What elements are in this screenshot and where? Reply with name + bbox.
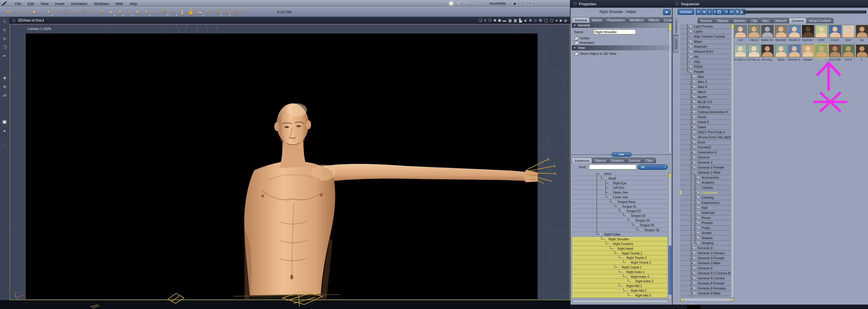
- thumbnail-image[interactable]: [775, 25, 787, 38]
- expander-triangle-icon[interactable]: ▼: [604, 177, 607, 179]
- folder-row-dforce-furry-tail-aprilys[interactable]: ▶dForce Furry Tail_AprilYS: [680, 135, 731, 140]
- tree-row-right-index-1[interactable]: ▼Right Index 1: [572, 270, 667, 274]
- folder-row-item[interactable]: ▶: [680, 296, 731, 298]
- camera-pan-tool-icon[interactable]: ✜: [3, 84, 6, 89]
- insert-particles-icon[interactable]: ❉: [98, 9, 106, 15]
- name-field[interactable]: [594, 29, 636, 34]
- render-preview-swatch[interactable]: ▣: [2, 119, 7, 125]
- visible-checkbox-row[interactable]: Visible: [574, 36, 590, 40]
- expander-right-icon[interactable]: ▶: [694, 141, 695, 143]
- close-icon[interactable]: ×: [528, 1, 532, 6]
- assemble-room-hand-icon[interactable]: ✺: [449, 1, 453, 6]
- folder-row-genesis-8-male[interactable]: ▶Genesis 8 Male: [680, 291, 731, 296]
- tree-row-right-collar[interactable]: ▼Right Collar: [572, 232, 667, 237]
- expander-right-icon[interactable]: ▶: [698, 196, 699, 199]
- content-thumbnail-kim[interactable]: Kim: [815, 44, 828, 63]
- dropdown-arrow-icon[interactable]: ▸: [203, 14, 204, 16]
- expander-down-icon[interactable]: ▼: [694, 171, 696, 174]
- folder-row-obj[interactable]: ▶obj: [680, 54, 731, 59]
- folder-row-genesis-3-male[interactable]: ▶Genesis 3 Male: [680, 261, 731, 266]
- folder-row-genesis-8[interactable]: ▶Genesis 8: [680, 266, 731, 271]
- menu-help[interactable]: Help: [130, 2, 137, 6]
- folder-row-genesis-3-carrara[interactable]: ▶Genesis 3 Carrara: [680, 251, 731, 256]
- tree-row-right-eye[interactable]: Right Eye: [572, 181, 667, 185]
- content-thumbnail-lee-6-hd[interactable]: Lee 6 HD: [828, 44, 842, 63]
- expander-right-icon[interactable]: ▶: [698, 201, 699, 204]
- insert-camera-icon[interactable]: ✇▸: [214, 9, 222, 15]
- tab-content[interactable]: Content: [789, 18, 807, 24]
- tree-row-upper-jaw[interactable]: Upper Jaw: [572, 190, 667, 195]
- content-thumbnail-kasper[interactable]: Kasper: [801, 44, 815, 63]
- folder-row-daz-s-the-freak-4[interactable]: ▶DAZ's The Freak 4: [680, 130, 731, 135]
- expander-triangle-icon[interactable]: ▼: [626, 289, 629, 292]
- expander-right-icon[interactable]: ▶: [694, 282, 695, 284]
- folder-row-generation-4[interactable]: ▶Generation 4: [680, 150, 731, 155]
- expander-right-icon[interactable]: ▶: [698, 221, 699, 224]
- select-ar-tool-icon[interactable]: ↖: [3, 19, 6, 24]
- content-thumbnail-cory-6[interactable]: Cory 6: [828, 24, 842, 43]
- folder-row-clothing[interactable]: ▶Clothing: [680, 195, 731, 200]
- prev-frame-icon[interactable]: ◀◀: [701, 9, 706, 15]
- content-thumbnail-lee-6[interactable]: Lee 6: [842, 44, 855, 63]
- dropdown-arrow-icon[interactable]: ▸: [52, 14, 53, 16]
- directors-camera-icon[interactable]: ✪: [539, 19, 542, 23]
- folder-row-aiko-4[interactable]: ▶Aiko 4: [680, 84, 731, 90]
- insert-walk-cycle-icon[interactable]: ⁂▸: [222, 9, 231, 15]
- view-section-header[interactable]: View: [572, 45, 670, 50]
- thumbnail-image[interactable]: [802, 44, 814, 57]
- thumbnail-image[interactable]: [842, 44, 855, 57]
- menu-animation[interactable]: Animation: [71, 2, 88, 6]
- camera-group-icon[interactable]: ❍: [488, 19, 491, 23]
- pen-tool-icon[interactable]: ✒: [3, 54, 6, 58]
- tree-row-neck[interactable]: ▼Neck: [572, 173, 667, 176]
- insert-cupped-hand-icon[interactable]: ✌: [187, 9, 195, 15]
- expander-right-icon[interactable]: ▶: [694, 100, 695, 103]
- expander-triangle-icon[interactable]: ▼: [613, 200, 615, 203]
- menu-file[interactable]: File: [15, 2, 21, 6]
- render-settings-icon[interactable]: ✺: [493, 19, 496, 23]
- content-thumbnail-atticus[interactable]: Atticus: [747, 24, 761, 43]
- insert-spiral-icon[interactable]: §: [80, 9, 88, 15]
- tree-row-right-hand[interactable]: ▼Right Hand: [572, 246, 667, 251]
- folder-row-carrara[interactable]: Carrara: [680, 185, 731, 190]
- content-thumbnail-jayce[interactable]: Jayce: [774, 44, 788, 63]
- content-tree-scrollbar[interactable]: [731, 24, 734, 298]
- folder-row-dusk[interactable]: ▶Dusk: [680, 140, 731, 145]
- eye-icon[interactable]: ◉: [512, 1, 517, 6]
- tray-tab-browser[interactable]: Browser: [673, 35, 679, 53]
- content-thumbnail-l[interactable]: L: [855, 44, 868, 63]
- folder-row-maps[interactable]: ▶Maps: [680, 39, 731, 44]
- tab-smart-content[interactable]: Smart Content: [806, 18, 834, 24]
- tree-row-right-mid-2[interactable]: ▼Right Mid 2: [572, 288, 667, 293]
- folder-row-dawn[interactable]: ▶Dawn: [680, 125, 731, 130]
- thumbnail-image[interactable]: [802, 25, 814, 38]
- insert-bone-tool-icon[interactable]: †: [240, 9, 249, 15]
- dropdown-arrow-icon[interactable]: ▸: [123, 14, 124, 16]
- thumbnail-image[interactable]: [734, 44, 747, 57]
- insert-text-icon[interactable]: T: [89, 9, 97, 15]
- folder-row-mixamo-bvh[interactable]: ▶Mixamo BVH: [680, 49, 731, 54]
- camera-frustum-top-icon[interactable]: ◈: [524, 19, 527, 23]
- expander-right-icon[interactable]: ▶: [694, 297, 695, 298]
- tab-motion[interactable]: Motion: [589, 17, 605, 23]
- tree-row-tongue-05[interactable]: ▼Tongue 05: [572, 223, 667, 228]
- thumbnail-image[interactable]: [775, 44, 787, 57]
- storyboard-clapper-icon[interactable]: [716, 9, 722, 15]
- folder-row-materials[interactable]: ▶Materials: [680, 44, 731, 49]
- go-start-icon[interactable]: |◀: [696, 9, 701, 15]
- expander-triangle-icon[interactable]: ▼: [626, 275, 629, 278]
- properties-scrollbar[interactable]: [669, 23, 672, 154]
- content-tree-hscrollbar[interactable]: [680, 298, 734, 301]
- expander-right-icon[interactable]: ▶: [694, 121, 695, 123]
- layout-4-pane-icon[interactable]: ▩: [514, 19, 517, 23]
- tree-row-tongue-tip[interactable]: Tongue Tip: [572, 228, 667, 232]
- find-input[interactable]: [589, 164, 637, 169]
- folder-row-scripts[interactable]: ▶Scripts: [680, 231, 731, 236]
- folder-row-genesis-8-1-carrara-beta[interactable]: ▶Genesis 8 1 Carrara Beta: [680, 271, 731, 276]
- thumbnail-image[interactable]: [815, 44, 828, 57]
- tree-row-right-index-2[interactable]: ▼Right Index 2: [572, 274, 667, 279]
- expander-right-icon[interactable]: ▶: [694, 126, 695, 128]
- folder-row-genesis[interactable]: ▶Genesis: [680, 155, 731, 160]
- folder-row-characters[interactable]: ▶Characters: [680, 190, 731, 195]
- tab-objects[interactable]: Objects: [591, 158, 609, 163]
